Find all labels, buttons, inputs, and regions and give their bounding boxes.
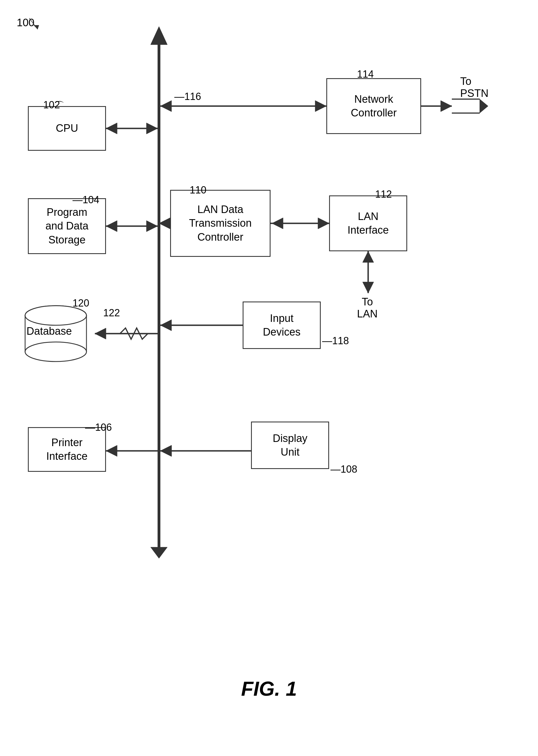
ref-104-label: —104	[73, 194, 99, 206]
inputdev-box: InputDevices	[242, 301, 321, 349]
netctrl-label: NetworkController	[351, 93, 397, 120]
svg-marker-5	[146, 123, 158, 134]
svg-marker-2	[151, 547, 167, 558]
svg-marker-42	[33, 25, 39, 29]
display-label: DisplayUnit	[273, 432, 308, 459]
svg-marker-36	[480, 99, 488, 113]
svg-marker-14	[159, 218, 170, 229]
diagram-container: 100 CPU 102 ⌒ Programand DataStorage —10…	[0, 0, 538, 756]
ref-122-label: 122	[103, 307, 120, 319]
database-label: Database	[27, 325, 72, 337]
ref-118-label: —118	[322, 335, 349, 347]
svg-point-39	[25, 342, 86, 361]
ref-108-label: —108	[331, 464, 357, 475]
inputdev-label: InputDevices	[263, 312, 300, 339]
lanif-label: LANInterface	[348, 210, 389, 237]
lantx-label: LAN DataTransmissionController	[189, 203, 252, 244]
lantx-box: LAN DataTransmissionController	[170, 190, 271, 257]
to-pstn-label: ToPSTN	[460, 75, 488, 99]
prog-box: Programand DataStorage	[28, 198, 106, 254]
svg-marker-8	[146, 220, 158, 232]
svg-marker-23	[160, 320, 172, 331]
svg-marker-17	[318, 218, 329, 229]
ref-110-label: 110	[189, 184, 206, 196]
ref-102-curve: ⌒	[54, 99, 64, 113]
printer-box: PrinterInterface	[28, 427, 106, 472]
cpu-label: CPU	[56, 121, 78, 135]
figure-label: FIG. 1	[241, 677, 297, 700]
prog-label: Programand DataStorage	[45, 206, 88, 247]
ref-arrow-svg	[15, 15, 43, 43]
display-box: DisplayUnit	[251, 421, 329, 469]
svg-marker-0	[151, 27, 167, 45]
netctrl-box: NetworkController	[326, 78, 421, 134]
ref-120-label: 120	[73, 297, 89, 309]
ref-114-label: 114	[357, 68, 374, 80]
svg-marker-11	[160, 100, 172, 112]
printer-label: PrinterInterface	[46, 436, 87, 464]
ref-106-label: —106	[85, 421, 112, 433]
svg-marker-31	[160, 445, 172, 457]
to-lan-label: ToLAN	[357, 296, 378, 320]
svg-marker-20	[362, 251, 374, 262]
lanif-box: LANInterface	[329, 195, 407, 251]
ref-116-label: —116	[174, 91, 201, 102]
ref-112-label: 112	[375, 188, 392, 200]
cpu-box: CPU	[28, 106, 106, 151]
